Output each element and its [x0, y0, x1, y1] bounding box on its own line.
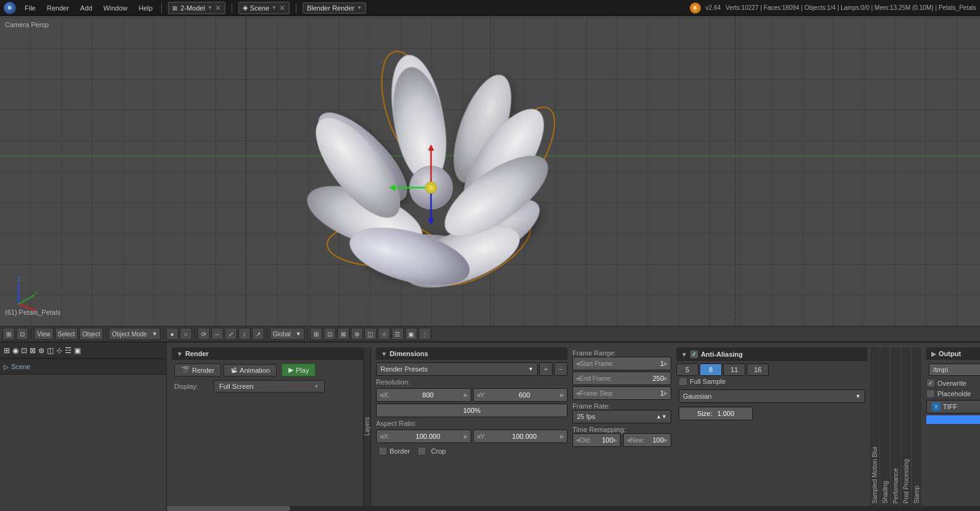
res-y-dec-btn[interactable]: ◀ [476, 392, 480, 398]
end-frame-field[interactable]: ◀ End Frame: 250 ▶ [572, 372, 671, 385]
menu-render[interactable]: Render [42, 3, 74, 13]
display-dropdown[interactable]: Full Screen ▼ [214, 380, 325, 393]
grid-btn-1[interactable]: ⊞ [310, 328, 322, 340]
toolbar-transform-5[interactable]: ↗ [252, 328, 264, 340]
aa-sample-5[interactable]: 5 [676, 364, 698, 376]
select-menu-btn[interactable]: Select [55, 328, 78, 340]
new-remap-field[interactable]: ◀ New: 100 ▶ [623, 433, 671, 447]
presets-remove-btn[interactable]: − [554, 362, 567, 376]
aa-sample-16[interactable]: 16 [747, 364, 769, 376]
output-path-field[interactable]: /tmp\ [929, 364, 980, 376]
gaussian-dropdown[interactable]: Gaussian ▼ [679, 389, 865, 403]
animation-button[interactable]: 📽 Animation [224, 364, 277, 376]
menu-add[interactable]: Add [75, 3, 98, 13]
start-frame-field[interactable]: ◀ Start Frame: 1 ▶ [572, 357, 671, 370]
new-dec-btn[interactable]: ◀ [626, 437, 630, 443]
grid-btn-6[interactable]: ⊹ [378, 328, 390, 340]
grid-btn-2[interactable]: ⊡ [324, 328, 336, 340]
panel-icon-1[interactable]: ⊞ [4, 346, 10, 355]
scene-selector[interactable]: ◈ Scene ▼ ✕ [238, 2, 290, 14]
frame-step-dec-btn[interactable]: ◀ [576, 390, 580, 396]
toolbar-icon-btn-2[interactable]: ⊡ [16, 328, 28, 340]
aspect-y-field[interactable]: ◀ Y: 100.000 ▶ [473, 430, 568, 443]
old-dec-btn[interactable]: ◀ [576, 437, 580, 443]
viewport-3d[interactable]: Camera Persp [0, 16, 980, 326]
render-engine-selector[interactable]: Blender Render ▼ [303, 2, 366, 14]
collapse-arrow[interactable]: ▼ [381, 351, 387, 357]
start-frame-inc-btn[interactable]: ▶ [664, 360, 668, 367]
panel-icon-5[interactable]: ⊛ [38, 346, 44, 355]
aspect-y-inc-btn[interactable]: ▶ [560, 433, 564, 439]
menu-help[interactable]: Help [134, 3, 158, 13]
placeholders-checkbox[interactable] [926, 389, 935, 398]
grid-btn-7[interactable]: ☲ [392, 328, 404, 340]
viewport-background[interactable]: Camera Persp [0, 16, 980, 326]
frame-step-field[interactable]: ◀ Frame Step: 1 ▶ [572, 386, 671, 400]
render-presets-dropdown[interactable]: Render Presets ▼ [376, 362, 538, 376]
res-y-inc-btn[interactable]: ▶ [560, 392, 564, 398]
res-x-dec-btn[interactable]: ◀ [379, 392, 383, 398]
bottom-scrollbar[interactable] [167, 506, 980, 511]
old-inc-btn[interactable]: ▶ [613, 437, 618, 443]
presets-add-btn[interactable]: + [539, 362, 553, 376]
menu-file[interactable]: File [20, 3, 41, 13]
wire-mode-btn[interactable]: ○ [180, 328, 192, 340]
object-menu-btn[interactable]: Object [79, 328, 103, 340]
solid-mode-btn[interactable]: ● [166, 328, 178, 340]
grid-btn-8[interactable]: ▣ [405, 328, 417, 340]
start-frame-dec-btn[interactable]: ◀ [576, 360, 580, 367]
aa-sample-11[interactable]: 11 [723, 364, 745, 376]
resolution-x-field[interactable]: ◀ X: 800 ▶ [376, 388, 471, 402]
resolution-pct-field[interactable]: 100% [376, 404, 567, 417]
new-inc-btn[interactable]: ▶ [664, 437, 668, 443]
res-x-inc-btn[interactable]: ▶ [464, 392, 468, 398]
crop-checkbox[interactable] [417, 447, 426, 455]
scrollbar-thumb[interactable] [167, 506, 290, 511]
aspect-x-dec-btn[interactable]: ◀ [379, 433, 383, 439]
panel-icon-6[interactable]: ◫ [47, 346, 54, 355]
render-button[interactable]: 🎬 Render [174, 364, 221, 376]
border-checkbox[interactable] [379, 447, 387, 455]
aa-size-field[interactable]: Size: 1.000 [679, 407, 753, 420]
tiff-format-btn[interactable]: T TIFF [926, 400, 980, 413]
aa-enabled-checkbox[interactable]: ✓ [690, 350, 698, 359]
toolbar-transform-1[interactable]: ⟳ [198, 328, 210, 340]
frame-step-inc-btn[interactable]: ▶ [664, 390, 668, 396]
color-settings-bar[interactable] [926, 415, 980, 424]
view-menu-btn[interactable]: View [34, 328, 54, 340]
resolution-y-field[interactable]: ◀ Y: 600 ▶ [473, 388, 568, 402]
transform-orientation-selector[interactable]: Global▼ [270, 328, 304, 340]
play-button[interactable]: ▶ Play [282, 364, 316, 376]
aspect-x-field[interactable]: ◀ X: 100.000 ▶ [376, 430, 471, 443]
toolbar-transform-4[interactable]: ↕ [238, 328, 251, 340]
panel-icon-4[interactable]: ⊠ [30, 346, 36, 355]
collapse-arrow[interactable]: ▼ [177, 351, 183, 357]
menu-window[interactable]: Window [98, 3, 132, 13]
output-collapse-arrow[interactable]: ▶ [931, 351, 936, 357]
panel-icon-7[interactable]: ⊹ [56, 346, 62, 355]
aa-sample-8[interactable]: 8 [700, 364, 722, 376]
workspace-selector[interactable]: ▦ 2-Model ▼ ✕ [168, 2, 225, 14]
toolbar-transform-2[interactable]: ↔ [211, 328, 224, 340]
panel-icon-9[interactable]: ▣ [74, 346, 81, 355]
full-sample-checkbox[interactable] [679, 377, 687, 386]
old-remap-field[interactable]: ◀ Old: 100 ▶ [572, 433, 621, 447]
overwrite-checkbox[interactable]: ✓ [926, 379, 935, 388]
frame-rate-dropdown[interactable]: 25 fps ▲▼ [572, 410, 671, 423]
grid-btn-4[interactable]: ⊛ [351, 328, 363, 340]
aspect-y-dec-btn[interactable]: ◀ [476, 433, 480, 439]
grid-btn-9[interactable]: ⋮ [419, 328, 431, 340]
grid-btn-3[interactable]: ⊠ [337, 328, 350, 340]
aspect-x-inc-btn[interactable]: ▶ [464, 433, 468, 439]
end-frame-inc-btn[interactable]: ▶ [664, 375, 668, 381]
toolbar-icon-btn-1[interactable]: ⊞ [2, 328, 15, 340]
panel-icon-2[interactable]: ◉ [12, 346, 19, 355]
flower-3d-model[interactable] [301, 28, 561, 288]
end-frame-dec-btn[interactable]: ◀ [576, 375, 580, 381]
grid-btn-5[interactable]: ◫ [364, 328, 377, 340]
mode-selector[interactable]: Object Mode▼ [109, 328, 161, 340]
toolbar-transform-3[interactable]: ⤢ [225, 328, 237, 340]
aa-collapse-arrow[interactable]: ▼ [681, 351, 687, 358]
panel-icon-8[interactable]: ☲ [65, 346, 72, 355]
panel-icon-3[interactable]: ⊡ [21, 346, 27, 355]
